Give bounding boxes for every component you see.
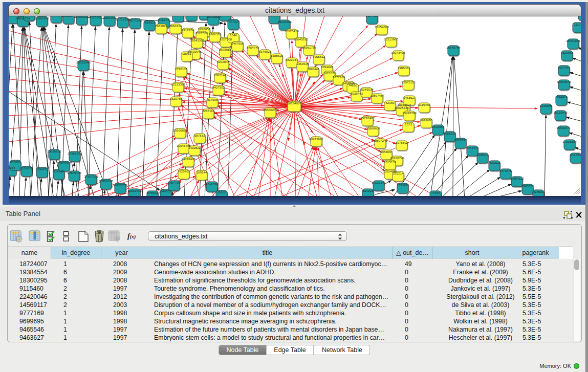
svg-text:3215955: 3215955: [540, 104, 553, 107]
svg-text:15692971: 15692971: [556, 126, 571, 129]
svg-text:7663822: 7663822: [155, 24, 168, 28]
svg-text:1362615: 1362615: [296, 62, 309, 65]
svg-text:65302: 65302: [217, 190, 226, 194]
svg-text:29053346: 29053346: [76, 60, 91, 64]
svg-text:876542: 876542: [147, 191, 158, 194]
svg-text:1499822: 1499822: [188, 146, 201, 149]
svg-text:16210643: 16210643: [553, 111, 568, 114]
svg-text:10958107: 10958107: [99, 179, 113, 183]
svg-text:12505135: 12505135: [67, 171, 81, 174]
svg-text:8454749: 8454749: [247, 46, 259, 49]
svg-text:62160: 62160: [385, 101, 395, 104]
svg-text:9457791: 9457791: [168, 181, 181, 184]
svg-text:169144: 169144: [197, 170, 207, 174]
svg-text:25300273: 25300273: [263, 108, 277, 112]
svg-text:16782759: 16782759: [113, 183, 127, 187]
svg-text:1294273: 1294273: [36, 167, 49, 171]
svg-text:12213369: 12213369: [171, 82, 185, 86]
svg-text:17359924: 17359924: [68, 151, 82, 155]
svg-text:15751074: 15751074: [566, 39, 580, 42]
svg-text:8813054: 8813054: [268, 16, 281, 17]
svg-text:16648784: 16648784: [446, 46, 461, 49]
svg-text:13325419: 13325419: [285, 29, 299, 33]
svg-text:9245652: 9245652: [521, 184, 534, 188]
svg-text:14055714: 14055714: [16, 16, 30, 20]
svg-text:1244419: 1244419: [555, 95, 568, 99]
svg-text:918273: 918273: [159, 18, 169, 21]
svg-text:3675685: 3675685: [219, 48, 232, 51]
svg-text:7515526: 7515526: [143, 20, 156, 24]
svg-text:18807249: 18807249: [373, 139, 387, 142]
svg-text:10975867: 10975867: [57, 161, 71, 165]
svg-text:9699695: 9699695: [420, 118, 433, 122]
svg-text:9227342: 9227342: [558, 65, 571, 69]
svg-text:20206536: 20206536: [47, 149, 61, 153]
svg-text:8912954: 8912954: [182, 28, 194, 32]
svg-text:16961758: 16961758: [302, 46, 316, 49]
svg-text:10688609: 10688609: [366, 126, 380, 130]
svg-text:1975692: 1975692: [396, 141, 408, 144]
svg-text:9327508: 9327508: [220, 37, 232, 41]
svg-text:1610755: 1610755: [170, 97, 183, 100]
svg-text:944502: 944502: [161, 189, 171, 193]
svg-text:6794028: 6794028: [321, 65, 334, 69]
svg-text:9084067: 9084067: [380, 150, 393, 154]
svg-text:9474444: 9474444: [466, 146, 479, 149]
svg-text:15720407: 15720407: [360, 116, 375, 120]
svg-text:9146821: 9146821: [259, 50, 272, 53]
svg-text:77034: 77034: [431, 191, 440, 194]
svg-text:1588520: 1588520: [271, 54, 284, 57]
svg-text:19166825: 19166825: [173, 128, 187, 132]
svg-text:11172: 11172: [574, 23, 581, 26]
svg-text:1621072: 1621072: [323, 71, 336, 75]
svg-text:14099488: 14099488: [181, 157, 195, 161]
svg-text:252214: 252214: [393, 171, 404, 175]
svg-text:12213967: 12213967: [384, 37, 398, 41]
svg-text:19218506: 19218506: [277, 20, 292, 24]
svg-text:9115460: 9115460: [418, 103, 430, 106]
svg-text:16671355: 16671355: [128, 18, 142, 22]
svg-text:17016504: 17016504: [562, 140, 577, 143]
svg-text:8186328: 8186328: [209, 32, 222, 36]
svg-text:8427552: 8427552: [212, 85, 225, 89]
svg-text:10807487: 10807487: [370, 94, 384, 97]
svg-text:7625402: 7625402: [178, 169, 190, 173]
svg-text:5822037: 5822037: [286, 58, 298, 61]
svg-text:9242848: 9242848: [217, 60, 230, 63]
svg-text:210653267: 210653267: [74, 16, 91, 18]
svg-text:98961: 98961: [182, 52, 191, 55]
svg-text:9329966: 9329966: [561, 51, 574, 54]
svg-text:9527500: 9527500: [195, 31, 208, 35]
svg-text:965327: 965327: [63, 16, 74, 17]
svg-text:10245534: 10245534: [359, 87, 374, 91]
svg-text:1716485: 1716485: [206, 182, 219, 185]
svg-text:11923448: 11923448: [127, 189, 142, 192]
svg-text:16120746: 16120746: [390, 156, 404, 160]
svg-text:917006: 917006: [207, 98, 218, 101]
svg-text:19384554: 19384554: [309, 137, 323, 140]
svg-text:1313: 1313: [405, 122, 412, 126]
svg-text:1615132: 1615132: [384, 160, 397, 164]
svg-text:6966160: 6966160: [103, 16, 116, 19]
svg-text:7485063: 7485063: [398, 66, 410, 70]
svg-text:2935114: 2935114: [476, 153, 489, 157]
svg-text:114519: 114519: [54, 169, 64, 173]
svg-text:1733426: 1733426: [397, 183, 409, 187]
svg-text:9463627: 9463627: [403, 96, 416, 99]
svg-text:16543362: 16543362: [190, 38, 204, 42]
svg-text:10154808: 10154808: [375, 25, 389, 29]
svg-text:191203: 191203: [363, 189, 374, 192]
svg-text:1156829: 1156829: [20, 166, 33, 170]
svg-text:2036443: 2036443: [351, 92, 363, 95]
svg-text:1640954: 1640954: [432, 125, 445, 128]
svg-text:1527602: 1527602: [90, 16, 102, 19]
svg-text:8471876: 8471876: [499, 169, 512, 172]
svg-text:16640910: 16640910: [294, 37, 308, 41]
svg-text:2967608: 2967608: [231, 41, 244, 45]
svg-text:1546: 1546: [230, 33, 237, 37]
svg-text:20691406: 20691406: [35, 16, 49, 20]
svg-text:74620: 74620: [348, 83, 357, 87]
svg-text:2803144: 2803144: [214, 73, 227, 77]
svg-text:10033809: 10033809: [206, 16, 221, 18]
svg-text:17957223: 17957223: [84, 174, 98, 178]
